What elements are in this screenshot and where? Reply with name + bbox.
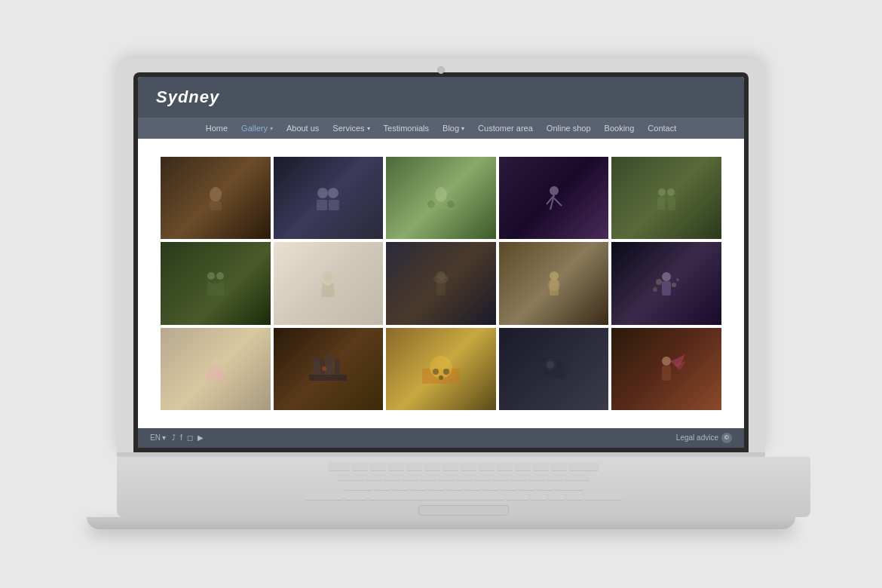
key xyxy=(387,463,404,470)
key xyxy=(424,463,440,470)
svg-point-3 xyxy=(328,188,338,198)
laptop-base-wrapper xyxy=(117,452,765,517)
key xyxy=(473,473,490,480)
gallery-item[interactable] xyxy=(274,157,384,239)
key xyxy=(437,473,454,480)
key xyxy=(442,463,458,470)
gallery-item[interactable] xyxy=(611,328,721,410)
key xyxy=(564,473,590,480)
touchpad[interactable] xyxy=(418,505,509,516)
svg-point-23 xyxy=(433,274,449,283)
svg-point-14 xyxy=(658,188,666,196)
gallery-item[interactable] xyxy=(161,242,271,324)
share-icon[interactable]: ⤴ xyxy=(172,433,176,442)
svg-point-44 xyxy=(439,375,443,380)
nav-online-shop[interactable]: Online shop xyxy=(547,124,591,133)
gallery-item[interactable] xyxy=(274,242,384,324)
svg-point-27 xyxy=(662,272,671,281)
key xyxy=(510,473,526,480)
gallery-item[interactable] xyxy=(499,157,609,239)
svg-point-48 xyxy=(662,357,671,366)
key xyxy=(338,473,363,480)
key xyxy=(482,482,499,490)
svg-point-7 xyxy=(427,201,435,208)
nav-testimonials[interactable]: Testimonials xyxy=(384,124,430,133)
key xyxy=(506,492,528,500)
nav-blog[interactable]: Blog ▾ xyxy=(443,124,464,133)
key xyxy=(428,482,445,490)
svg-rect-17 xyxy=(668,197,675,210)
nav-gallery[interactable]: Gallery ▾ xyxy=(241,124,273,133)
key xyxy=(555,482,583,490)
gallery-section xyxy=(138,146,744,421)
nav-booking[interactable]: Booking xyxy=(605,124,635,133)
blog-dropdown-icon: ▾ xyxy=(461,125,464,132)
gallery-item[interactable] xyxy=(386,328,496,410)
instagram-icon[interactable]: ◻ xyxy=(187,433,193,442)
keyboard-rows xyxy=(139,463,788,500)
svg-point-15 xyxy=(667,188,675,196)
key xyxy=(344,482,372,490)
gallery-item[interactable] xyxy=(161,328,271,410)
svg-point-29 xyxy=(656,279,662,285)
laptop-lid: Sydney Home Gallery ▾ About us Serv xyxy=(117,59,765,452)
nav-about[interactable]: About us xyxy=(286,124,319,133)
site-nav: Home Gallery ▾ About us Services ▾ Testi xyxy=(138,118,744,139)
svg-point-43 xyxy=(443,369,449,375)
key xyxy=(446,482,463,490)
key xyxy=(496,463,513,470)
screen: Sydney Home Gallery ▾ About us Serv xyxy=(138,77,744,448)
nav-services[interactable]: Services ▾ xyxy=(332,124,369,133)
key xyxy=(550,463,567,470)
key xyxy=(528,473,544,480)
svg-rect-16 xyxy=(657,197,665,210)
svg-point-33 xyxy=(211,357,220,366)
key xyxy=(537,482,553,490)
key xyxy=(410,482,427,490)
laptop-scene: Sydney Home Gallery ▾ About us Serv xyxy=(102,59,780,529)
key xyxy=(369,463,386,470)
key xyxy=(492,473,508,480)
key xyxy=(464,482,481,490)
facebook-icon[interactable]: f xyxy=(180,433,182,442)
key xyxy=(406,463,422,470)
key xyxy=(460,463,476,470)
language-selector[interactable]: EN ▾ xyxy=(150,433,166,442)
footer-right: Legal advice © xyxy=(676,433,732,443)
youtube-icon[interactable]: ▶ xyxy=(198,433,204,442)
gallery-item[interactable] xyxy=(386,157,496,239)
gallery-item[interactable] xyxy=(161,157,271,239)
gallery-dropdown-icon: ▾ xyxy=(270,125,273,132)
gallery-item[interactable] xyxy=(386,242,496,324)
nav-home[interactable]: Home xyxy=(206,124,228,133)
social-icons: ⤴ f ◻ ▶ xyxy=(172,433,204,442)
svg-rect-4 xyxy=(317,200,327,210)
keyboard-row-2 xyxy=(139,473,788,480)
nav-customer-area[interactable]: Customer area xyxy=(478,124,533,133)
gallery-item[interactable] xyxy=(611,157,721,239)
key xyxy=(383,473,400,480)
svg-point-32 xyxy=(676,278,679,281)
key xyxy=(478,463,495,470)
gallery-item[interactable] xyxy=(611,242,721,324)
key xyxy=(455,473,472,480)
svg-point-42 xyxy=(433,369,439,375)
svg-point-8 xyxy=(447,201,455,208)
gallery-item[interactable] xyxy=(274,328,384,410)
laptop-keyboard-area xyxy=(117,457,810,517)
svg-point-9 xyxy=(435,187,447,202)
screen-bezel: Sydney Home Gallery ▾ About us Serv xyxy=(133,72,749,452)
copyright-icon: © xyxy=(721,433,732,443)
services-dropdown-icon: ▾ xyxy=(367,125,370,132)
gallery-item[interactable] xyxy=(499,242,609,324)
site-logo: Sydney xyxy=(156,87,219,106)
key xyxy=(532,463,549,470)
gallery-item[interactable] xyxy=(499,328,609,410)
key xyxy=(546,473,562,480)
footer-left: EN ▾ ⤴ f ◻ ▶ xyxy=(150,433,204,442)
nav-contact[interactable]: Contact xyxy=(648,124,676,133)
svg-point-38 xyxy=(322,366,326,371)
key xyxy=(568,463,599,470)
spacebar-key xyxy=(369,492,504,500)
svg-point-2 xyxy=(317,188,328,198)
